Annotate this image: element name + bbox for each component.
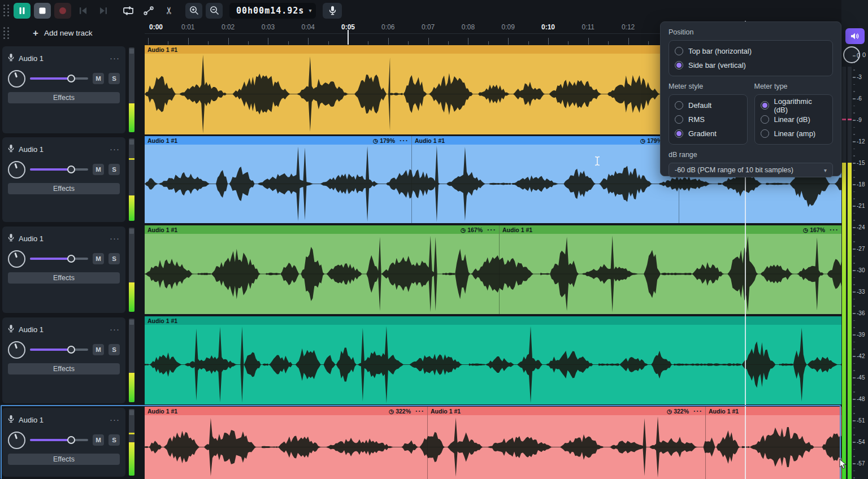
clip-name: Audio 1 #1 bbox=[147, 227, 177, 233]
track-volume-slider[interactable] bbox=[30, 255, 88, 263]
mute-button[interactable]: M bbox=[93, 434, 104, 446]
db-range-label: dB range bbox=[669, 151, 833, 159]
track-volume-slider[interactable] bbox=[30, 436, 88, 444]
track-gain-knob[interactable] bbox=[8, 70, 25, 88]
track-volume-slider[interactable] bbox=[30, 166, 88, 173]
ruler-minor-tick bbox=[328, 41, 329, 45]
record-icon bbox=[59, 7, 67, 15]
clip-name: Audio 1 #1 bbox=[147, 317, 177, 324]
toolbar-drag-handle-icon[interactable] bbox=[2, 5, 10, 17]
zoom-in-button[interactable] bbox=[185, 3, 202, 19]
solo-button[interactable]: S bbox=[108, 344, 120, 355]
volume-slider-thumb[interactable] bbox=[67, 75, 75, 82]
ruler-minor-tick bbox=[648, 41, 649, 45]
meter-type-option[interactable]: Linear (amp) bbox=[761, 127, 827, 141]
ruler-time-label: 0:08 bbox=[462, 23, 475, 31]
db-scale-tick bbox=[853, 442, 856, 443]
track-volume-slider[interactable] bbox=[30, 75, 88, 82]
volume-slider-thumb[interactable] bbox=[67, 436, 75, 444]
clip-name: Audio 1 #1 bbox=[147, 137, 177, 144]
radio-icon bbox=[761, 129, 769, 138]
automation-tool-button[interactable] bbox=[140, 3, 157, 19]
track-menu-button[interactable]: ··· bbox=[110, 237, 120, 240]
db-scale-tick bbox=[853, 98, 856, 99]
volume-slider-thumb[interactable] bbox=[67, 166, 75, 173]
track-name: Audio 1 bbox=[19, 234, 105, 243]
ruler-time-label: 0:07 bbox=[422, 23, 435, 31]
clip-menu-icon[interactable]: ··· bbox=[415, 410, 424, 412]
zoom-in-icon bbox=[189, 6, 199, 15]
microphone-button[interactable] bbox=[323, 3, 342, 19]
track-level-meter bbox=[129, 138, 134, 221]
track-lane: Audio 1 #1◷322%···Audio 1 #1◷322%···Audi… bbox=[145, 407, 841, 479]
effects-button[interactable]: Effects bbox=[8, 363, 120, 375]
zoom-out-button[interactable] bbox=[206, 3, 223, 19]
meter-style-option[interactable]: Gradient bbox=[675, 127, 741, 141]
mute-button[interactable]: M bbox=[93, 344, 104, 355]
add-new-track-button[interactable]: + Add new track bbox=[33, 28, 92, 39]
meter-type-option[interactable]: Logarithmic (dB) bbox=[761, 98, 827, 112]
solo-button[interactable]: S bbox=[108, 73, 120, 84]
ruler-tick bbox=[588, 38, 589, 45]
db-scale-tick bbox=[853, 184, 856, 185]
track-gain-knob[interactable] bbox=[8, 341, 25, 359]
meter-type-option[interactable]: Linear (dB) bbox=[761, 112, 827, 127]
effects-button[interactable]: Effects bbox=[8, 183, 120, 194]
db-scale-label: -24 bbox=[857, 224, 865, 230]
cut-tool-button[interactable]: ✂ bbox=[160, 3, 177, 19]
track-menu-button[interactable]: ··· bbox=[110, 147, 120, 151]
timecode-display[interactable]: 00h00m14.92s ▾ bbox=[229, 3, 316, 19]
db-scale-minor-tick bbox=[853, 363, 855, 364]
clip-menu-icon[interactable]: ··· bbox=[487, 228, 496, 231]
db-scale-label: -27 bbox=[857, 246, 865, 252]
solo-button[interactable]: S bbox=[108, 164, 120, 175]
meter-style-option-label: Gradient bbox=[688, 129, 717, 138]
track-gain-knob[interactable] bbox=[8, 161, 25, 178]
track-gain-knob[interactable] bbox=[8, 432, 25, 449]
db-scale-minor-tick bbox=[853, 134, 855, 135]
effects-button[interactable]: Effects bbox=[8, 92, 120, 103]
ruler-minor-tick bbox=[288, 41, 289, 45]
position-option[interactable]: Side bar (vertical) bbox=[675, 58, 827, 72]
db-range-select[interactable]: -60 dB (PCM range of 10 bit samples) ▾ bbox=[669, 163, 833, 177]
solo-button[interactable]: S bbox=[108, 253, 120, 264]
track-menu-button[interactable]: ··· bbox=[110, 56, 120, 60]
position-option-label: Top bar (horizontal) bbox=[688, 47, 752, 55]
clip-menu-icon[interactable]: ··· bbox=[830, 228, 839, 231]
track-gain-knob[interactable] bbox=[8, 250, 25, 268]
track-menu-button[interactable]: ··· bbox=[110, 418, 120, 421]
clip-menu-icon[interactable]: ··· bbox=[400, 139, 409, 142]
track-volume-slider[interactable] bbox=[30, 346, 88, 354]
clip-name: Audio 1 #1 bbox=[147, 46, 177, 53]
effects-button[interactable]: Effects bbox=[8, 454, 120, 465]
db-scale-tick bbox=[853, 420, 856, 421]
stop-button[interactable] bbox=[34, 3, 51, 19]
clip-name: Audio 1 #1 bbox=[431, 408, 461, 415]
skip-back-button[interactable] bbox=[75, 3, 92, 19]
volume-slider-thumb[interactable] bbox=[67, 255, 75, 263]
db-scale-tick bbox=[853, 227, 856, 228]
clip-menu-icon[interactable]: ··· bbox=[693, 410, 702, 412]
pause-button[interactable] bbox=[14, 3, 31, 19]
skip-forward-button[interactable] bbox=[95, 3, 112, 19]
track-menu-button[interactable]: ··· bbox=[110, 328, 120, 331]
volume-slider-thumb[interactable] bbox=[67, 346, 75, 354]
edit-caret-marker[interactable] bbox=[348, 30, 349, 45]
db-scale-label: -6 bbox=[857, 95, 862, 102]
meter-style-option[interactable]: RMS bbox=[675, 112, 741, 127]
mute-button[interactable]: M bbox=[93, 73, 104, 84]
master-output-button[interactable] bbox=[845, 28, 865, 44]
solo-button[interactable]: S bbox=[108, 434, 120, 446]
position-option-label: Side bar (vertical) bbox=[688, 61, 746, 69]
effects-button[interactable]: Effects bbox=[8, 272, 120, 284]
mute-button[interactable]: M bbox=[93, 164, 104, 175]
timecode-dropdown-icon[interactable]: ▾ bbox=[309, 7, 311, 14]
loop-button[interactable] bbox=[120, 3, 137, 19]
record-button[interactable] bbox=[54, 3, 71, 19]
sidebar-drag-handle-icon[interactable] bbox=[2, 27, 10, 40]
mute-button[interactable]: M bbox=[93, 253, 104, 264]
track-header-row: Audio 1···MSEffects bbox=[2, 137, 125, 222]
meter-style-option[interactable]: Default bbox=[675, 98, 741, 112]
position-option[interactable]: Top bar (horizontal) bbox=[675, 44, 827, 58]
ruler-minor-tick bbox=[168, 41, 168, 45]
